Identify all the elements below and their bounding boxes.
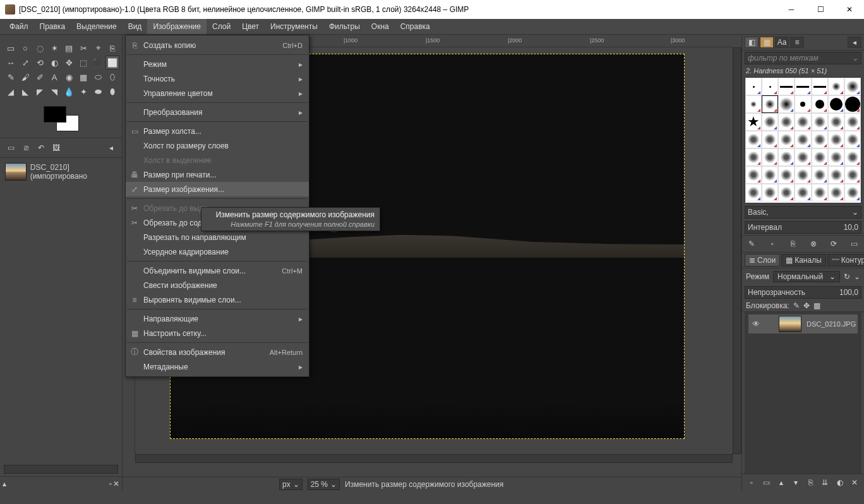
tool-5[interactable]: ✂ [76, 41, 90, 55]
patterns-tab-icon[interactable]: ▦ [760, 37, 774, 48]
brush-item[interactable] [795, 95, 811, 113]
zoom-dropdown[interactable]: 25 %⌄ [308, 479, 340, 490]
brush-filter-input[interactable]: фильтр по меткам⌄ [745, 52, 861, 64]
brush-item[interactable] [812, 131, 828, 148]
menu-item[interactable]: Объединить видимые слои...Ctrl+M [126, 263, 309, 278]
tool-23[interactable]: ⬯ [105, 70, 119, 84]
tool-12[interactable]: ✥ [62, 56, 76, 69]
tool-10[interactable]: ⟲ [33, 56, 47, 69]
brush-item[interactable] [828, 166, 844, 184]
merge-down-icon[interactable]: ⇊ [819, 477, 831, 488]
tool-21[interactable]: ▦ [76, 70, 90, 84]
menu-item[interactable]: ≡Выровнять видимые слои... [126, 292, 309, 307]
device-status-tab-icon[interactable]: ⎚ [19, 141, 33, 155]
tool-28[interactable]: 💧 [62, 85, 76, 99]
tool-15[interactable]: ⬜ [105, 56, 119, 69]
layer-name[interactable]: DSC_0210.JPG [807, 320, 856, 328]
brush-item[interactable] [844, 113, 861, 131]
new-display-icon[interactable]: ▫ [109, 479, 112, 488]
brush-item[interactable] [828, 113, 844, 131]
brush-item[interactable] [844, 95, 861, 113]
brush-item[interactable] [778, 95, 795, 113]
tool-25[interactable]: ◣ [18, 85, 32, 99]
brush-item[interactable] [828, 184, 844, 201]
brush-item[interactable] [795, 113, 811, 131]
brush-item[interactable] [828, 78, 844, 95]
menu-item[interactable]: ⤢Размер изображения... [126, 182, 309, 196]
tab-Контуры[interactable]: 〰Контуры [827, 254, 864, 267]
tool-13[interactable]: ⬚ [76, 56, 90, 69]
brush-item[interactable] [828, 95, 844, 113]
menu-item[interactable]: ▭Размер холста... [126, 124, 309, 138]
brush-item[interactable] [762, 166, 778, 184]
menu-инструменты[interactable]: Инструменты [265, 19, 323, 34]
brush-item[interactable] [745, 78, 762, 95]
images-tab-icon[interactable]: 🖼 [49, 141, 63, 155]
menu-цвет[interactable]: Цвет [236, 19, 265, 34]
brush-item[interactable] [795, 148, 811, 166]
menu-файл[interactable]: Файл [4, 19, 34, 34]
mask-icon[interactable]: ◐ [834, 477, 846, 488]
fonts-tab-icon[interactable]: Aa [775, 37, 789, 48]
tool-8[interactable]: ↔ [4, 56, 18, 69]
brushes-tab-icon[interactable]: ◧ [745, 37, 759, 48]
menu-слой[interactable]: Слой [207, 19, 236, 34]
open-as-image-icon[interactable]: ▭ [849, 238, 860, 249]
tab-Слои[interactable]: ≣Слои [745, 254, 780, 267]
tool-31[interactable]: ⬮ [105, 85, 119, 99]
menu-выделение[interactable]: Выделение [71, 19, 123, 34]
menu-справка[interactable]: Справка [395, 19, 436, 34]
menu-вид[interactable]: Вид [123, 19, 148, 34]
tool-6[interactable]: ⌖ [91, 41, 105, 55]
brush-spacing-input[interactable]: Интервал 10,0 [745, 221, 861, 234]
scrollbar-vertical[interactable] [733, 47, 741, 454]
raise-image-icon[interactable]: ▴ [3, 479, 6, 488]
brush-item[interactable] [795, 166, 811, 184]
brush-item[interactable] [745, 131, 762, 148]
menu-правка[interactable]: Правка [34, 19, 71, 34]
scrollbar[interactable] [4, 465, 118, 474]
menu-item[interactable]: Разрезать по направляющим [126, 230, 309, 244]
tool-18[interactable]: ✐ [33, 70, 47, 84]
new-brush-icon[interactable]: ▫ [767, 238, 778, 249]
menu-item[interactable]: Управление цветом▸ [126, 86, 309, 100]
menu-окна[interactable]: Окна [366, 19, 395, 34]
tab-Каналы[interactable]: ▦Каналы [781, 254, 826, 267]
menu-item[interactable]: ⓘСвойства изображенияAlt+Return [126, 345, 309, 359]
menu-изображение[interactable]: Изображение [147, 19, 207, 34]
layer-row[interactable]: 👁 DSC_0210.JPG [748, 315, 858, 333]
brush-item[interactable] [762, 148, 778, 166]
brush-item[interactable] [795, 184, 811, 201]
undo-history-tab-icon[interactable]: ↶ [34, 141, 48, 155]
edit-brush-icon[interactable]: ✎ [746, 238, 757, 249]
menu-item[interactable]: Свести изображение [126, 278, 309, 292]
tool-29[interactable]: ✦ [76, 85, 90, 99]
brush-item[interactable] [762, 95, 778, 113]
minimize-button[interactable]: ─ [777, 0, 806, 19]
brush-item[interactable] [812, 113, 828, 131]
brush-item[interactable] [844, 78, 861, 95]
raise-layer-icon[interactable]: ▴ [776, 477, 787, 488]
brush-item[interactable] [844, 148, 861, 166]
close-button[interactable]: ✕ [835, 0, 864, 19]
brush-item[interactable] [778, 166, 795, 184]
menu-item[interactable]: Метаданные▸ [126, 359, 309, 374]
mode-reset-icon[interactable]: ↻ [844, 272, 850, 281]
lock-pixels-icon[interactable]: ✎ [793, 301, 800, 310]
tool-11[interactable]: ◐ [47, 56, 61, 69]
brush-item[interactable] [812, 184, 828, 201]
brush-item[interactable] [778, 78, 795, 95]
brush-item[interactable]: ★ [745, 113, 762, 131]
delete-icon[interactable]: ✕ [113, 479, 119, 488]
brush-item[interactable] [844, 131, 861, 148]
menu-item[interactable]: Направляющие▸ [126, 311, 309, 326]
brush-item[interactable] [762, 78, 778, 95]
brush-item[interactable] [745, 95, 762, 113]
brush-item[interactable] [812, 78, 828, 95]
tool-9[interactable]: ⤢ [18, 56, 32, 69]
brush-item[interactable] [762, 131, 778, 148]
brush-item[interactable] [812, 166, 828, 184]
layer-opacity-input[interactable]: Непрозрачность 100,0 [745, 286, 861, 299]
layer-mode-dropdown[interactable]: Нормальный⌄ [773, 271, 840, 282]
scrollbar-horizontal[interactable] [135, 454, 733, 463]
